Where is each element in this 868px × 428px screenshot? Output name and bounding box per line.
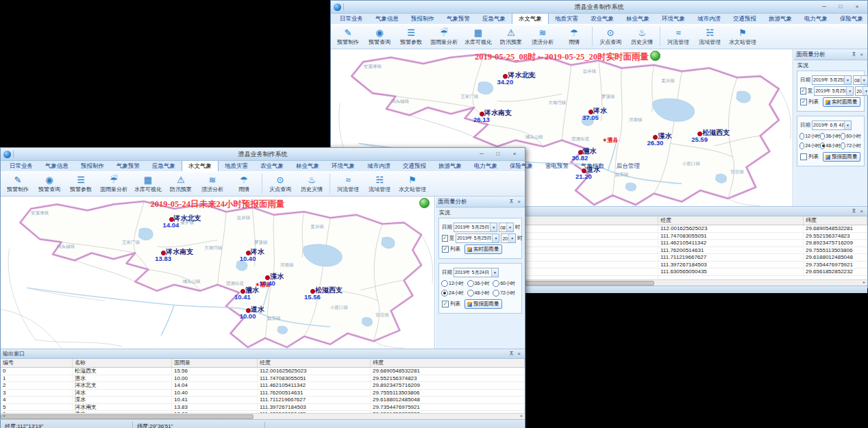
toolbar-button-alert-search[interactable]: ◉预警查询	[34, 173, 65, 195]
toolbar-button-river-mgmt[interactable]: ≈河流管理	[662, 25, 694, 48]
forecast-rainfall-button[interactable]: 预报面雨量	[464, 299, 502, 309]
duration-option[interactable]: 36小时	[820, 133, 841, 140]
tab-气象信息[interactable]: 气象信息	[369, 14, 405, 24]
tab-城市内涝[interactable]: 城市内涝	[691, 14, 727, 24]
tab-日常业务[interactable]: 日常业务	[3, 161, 39, 171]
toolbar-button-disaster-history[interactable]: ♨历史灾情	[296, 173, 327, 195]
live-date-from-select[interactable]: 2019年 5月25日▼	[454, 223, 497, 232]
tab-气象预警[interactable]: 气象预警	[110, 161, 146, 171]
tab-交通预报[interactable]: 交通预报	[727, 14, 762, 24]
tab-雷电预警[interactable]: 雷电预警	[539, 161, 575, 171]
table-row[interactable]: 4渫水10.41111.71121966762729.6188012485048	[1, 396, 525, 404]
radio-icon[interactable]	[493, 290, 499, 297]
duration-option[interactable]: 48小时	[467, 290, 493, 297]
radio-icon[interactable]	[820, 133, 825, 140]
live-date-to-select[interactable]: 2019年 5月25日▼	[456, 234, 499, 243]
tab-环境气象[interactable]: 环境气象	[325, 161, 361, 171]
tab-预报制作[interactable]: 预报制作	[405, 14, 441, 24]
tab-城市内涝[interactable]: 城市内涝	[361, 161, 397, 171]
close-icon[interactable]: ×	[515, 350, 523, 357]
live-hour-to-select[interactable]: 20▼	[501, 234, 516, 243]
map-area[interactable]: 甘溪滩镇码头铺镇王家厂镇金罗镇盐井镇复兴镇梦溪镇大堰垱镇涔南镇城头山镇澧澹街道小…	[1, 197, 435, 349]
tab-应急气象[interactable]: 应急气象	[146, 161, 182, 171]
table-row[interactable]: 3涔水10.40111.7620051463129.7555113503806	[1, 390, 525, 397]
map-refresh-button[interactable]	[650, 51, 660, 61]
minimize-button[interactable]: ─	[474, 149, 489, 159]
toolbar-button-hydro-station[interactable]: ⚑水文站管理	[395, 173, 430, 195]
duration-option[interactable]: 60小时	[493, 280, 519, 287]
tab-旅游气象[interactable]: 旅游气象	[432, 161, 468, 171]
minimize-button[interactable]: ─	[817, 2, 832, 12]
live-rainfall-button[interactable]: 实时面雨量	[823, 97, 860, 107]
tab-农业气象[interactable]: 农业气象	[254, 161, 290, 171]
duration-option[interactable]: 72小时	[493, 290, 519, 297]
tab-水文气象[interactable]: 水文气象	[182, 160, 219, 171]
live-hour-from-select[interactable]: 08▼	[853, 75, 868, 85]
tab-电力气象[interactable]: 电力气象	[468, 161, 504, 171]
pin-icon[interactable]: ⊼	[850, 51, 858, 58]
duration-option[interactable]: 24小时	[799, 142, 820, 149]
duration-option[interactable]: 72小时	[841, 142, 861, 149]
maximize-button[interactable]: □	[833, 2, 848, 12]
to-checkbox[interactable]: ✓	[442, 235, 448, 242]
toolbar-button-basin-mgmt[interactable]: ☵流域管理	[694, 25, 726, 48]
radio-icon[interactable]	[493, 280, 499, 287]
tab-环境气象[interactable]: 环境气象	[656, 14, 691, 24]
radio-icon[interactable]	[799, 142, 804, 149]
toolbar-button-basin-mgmt[interactable]: ☵流域管理	[364, 173, 395, 195]
toolbar-button-rain-info[interactable]: ☂雨情	[558, 25, 590, 48]
toolbar-button-waterlogging[interactable]: ≋渍涝分析	[197, 173, 228, 195]
to-checkbox[interactable]: ✓	[800, 88, 806, 95]
live-list-checkbox[interactable]: ✓	[442, 246, 449, 253]
radio-icon[interactable]	[841, 142, 845, 149]
tab-后台管理[interactable]: 后台管理	[610, 161, 646, 171]
live-hour-from-select[interactable]: 08▼	[499, 223, 514, 232]
toolbar-button-disaster-point[interactable]: ⊙灾点查询	[595, 25, 626, 48]
duration-option[interactable]: 12小时	[441, 280, 467, 287]
radio-icon[interactable]	[441, 280, 448, 287]
duration-option[interactable]: 12小时	[799, 133, 820, 140]
tab-地质灾害[interactable]: 地质灾害	[219, 161, 254, 171]
toolbar-button-area-rainfall[interactable]: ☔面雨量分析	[427, 25, 461, 48]
map-refresh-button[interactable]	[419, 198, 430, 208]
table-row[interactable]: 5涔水南支13.83111.39726718450329.73544769759…	[1, 404, 525, 412]
close-icon[interactable]: ×	[515, 198, 523, 205]
tab-林业气象[interactable]: 林业气象	[620, 14, 656, 24]
toolbar-button-rain-info[interactable]: ☂雨情	[228, 173, 260, 195]
tab-旅游气象[interactable]: 旅游气象	[762, 14, 798, 24]
table-row[interactable]: 1澧水10.00111.74708305505129.552156374823	[1, 375, 525, 383]
tab-农业气象[interactable]: 农业气象	[584, 14, 620, 24]
live-date-from-select[interactable]: 2019年 5月25日▼	[812, 75, 852, 85]
radio-icon[interactable]	[841, 133, 845, 140]
radio-icon[interactable]	[441, 290, 448, 297]
tab-电力气象[interactable]: 电力气象	[798, 14, 834, 24]
close-icon[interactable]: ×	[858, 51, 865, 58]
close-button[interactable]: ×	[850, 2, 865, 12]
tab-保险气象[interactable]: 保险气象	[504, 161, 539, 171]
toolbar-button-hydro-station[interactable]: ⚑水文站管理	[726, 25, 760, 48]
toolbar-button-disaster-history[interactable]: ♨历史灾情	[626, 25, 658, 48]
toolbar-button-alert-params[interactable]: ☰预警参数	[395, 25, 427, 48]
forecast-date-select[interactable]: 2019年 6月 4日▼	[812, 121, 852, 130]
tab-应急气象[interactable]: 应急气象	[476, 14, 512, 24]
toolbar-button-alert-search[interactable]: ◉预警查询	[364, 25, 395, 48]
scrollbar-thumb[interactable]	[1, 414, 253, 419]
tab-保险气象[interactable]: 保险气象	[834, 14, 868, 24]
toolbar-button-flood-plan[interactable]: ⚠防汛预案	[495, 25, 527, 48]
maximize-button[interactable]: □	[491, 149, 506, 159]
duration-option[interactable]: 48小时	[820, 142, 841, 149]
tab-气象预警[interactable]: 气象预警	[441, 14, 476, 24]
tab-日常业务[interactable]: 日常业务	[334, 14, 369, 24]
toolbar-button-reservoir[interactable]: ▦水库可视化	[461, 25, 495, 48]
radio-icon[interactable]	[799, 133, 804, 140]
table-row[interactable]: 2涔水北支14.04111.46210541134229.89234757162…	[1, 382, 525, 390]
toolbar-button-reservoir[interactable]: ▦水库可视化	[131, 173, 165, 195]
duration-option[interactable]: 24小时	[441, 290, 467, 297]
toolbar-button-alert-edit[interactable]: ✎预警制作	[332, 25, 364, 48]
duration-option[interactable]: 36小时	[467, 280, 493, 287]
tab-地质灾害[interactable]: 地质灾害	[549, 14, 584, 24]
forecast-list-checkbox[interactable]: ✓	[442, 301, 449, 307]
app-window-front[interactable]: 澧县业务制作系统─□×日常业务气象信息预报制作气象预警应急气象水文气象地质灾害农…	[0, 147, 525, 428]
live-rainfall-button[interactable]: 实时面雨量	[464, 244, 502, 254]
forecast-date-select[interactable]: 2019年 5月24日▼	[454, 268, 499, 277]
